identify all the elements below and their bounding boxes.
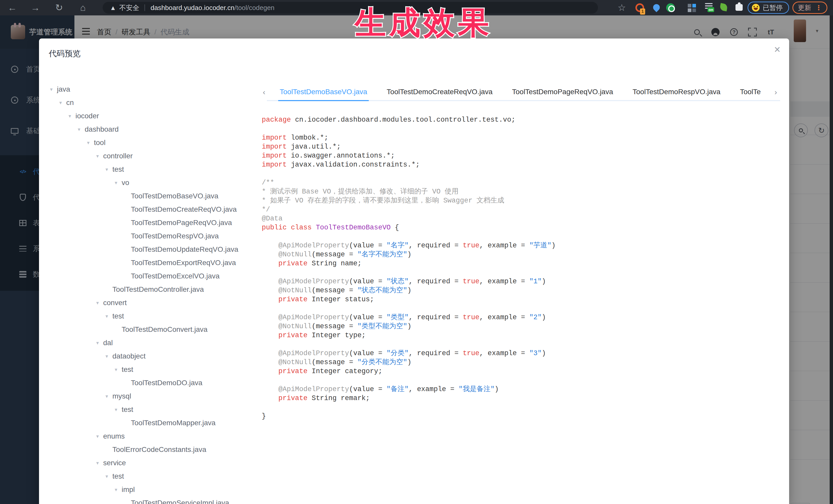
- extension-icon-plant[interactable]: [719, 3, 728, 11]
- extension-icon-pin[interactable]: [652, 3, 661, 12]
- code-token: "名字不能为空": [357, 251, 407, 258]
- tree-folder[interactable]: ▾enums: [50, 430, 253, 443]
- tabs-scroll-right-icon[interactable]: ›: [775, 88, 777, 96]
- tree-folder[interactable]: ▾java: [50, 82, 253, 96]
- expand-caret-icon[interactable]: ▾: [87, 136, 94, 149]
- expand-caret-icon[interactable]: ▾: [96, 336, 103, 350]
- code-token: "状态不能为空": [357, 287, 407, 294]
- tree-file[interactable]: ToolTestDemoConvert.java: [50, 323, 253, 336]
- code-viewer[interactable]: package cn.iocoder.dashboard.modules.too…: [262, 116, 781, 504]
- expand-caret-icon[interactable]: ▾: [96, 430, 103, 443]
- extension-icon-grid[interactable]: [688, 4, 696, 13]
- expand-caret-icon[interactable]: ▾: [105, 163, 112, 176]
- tree-folder[interactable]: ▾service: [50, 456, 253, 470]
- tree-node-label: ToolTestDemoUpdateReqVO.java: [131, 243, 238, 256]
- expand-caret-icon[interactable]: ▾: [115, 176, 122, 189]
- tree-folder[interactable]: ▾vo: [50, 176, 253, 189]
- code-line: @ApiModelProperty(value = "状态", required…: [262, 277, 781, 286]
- tree-file[interactable]: ToolTestDemoServiceImpl.java: [50, 496, 253, 504]
- tree-file[interactable]: ToolTestDemoUpdateReqVO.java: [50, 243, 253, 256]
- expand-caret-icon[interactable]: ▾: [69, 109, 75, 123]
- reload-icon[interactable]: ↻: [51, 0, 67, 16]
- close-icon[interactable]: ×: [774, 44, 780, 55]
- expand-caret-icon[interactable]: ▾: [115, 483, 122, 496]
- tree-node-label: dataobject: [112, 350, 145, 363]
- back-icon[interactable]: ←: [5, 0, 20, 16]
- tree-folder[interactable]: ▾dashboard: [50, 123, 253, 136]
- code-token: Integer type;: [312, 332, 366, 339]
- tree-folder[interactable]: ▾dataobject: [50, 350, 253, 363]
- tree-folder[interactable]: ▾test: [50, 363, 253, 376]
- file-tab[interactable]: ToolTestDemoPageReqVO.java: [502, 85, 623, 99]
- expand-caret-icon[interactable]: ▾: [105, 350, 112, 363]
- browser-scrollbar[interactable]: [830, 16, 833, 504]
- active-tab-underline: [278, 100, 369, 101]
- tree-node-label: test: [112, 310, 124, 323]
- extensions-puzzle-icon[interactable]: [736, 4, 743, 11]
- tree-file[interactable]: ToolTestDemoDO.java: [50, 376, 253, 389]
- tree-node-label: convert: [103, 296, 127, 310]
- expand-caret-icon[interactable]: ▾: [96, 456, 103, 470]
- code-token: [262, 322, 279, 330]
- tree-file[interactable]: ToolTestDemoCreateReqVO.java: [50, 203, 253, 216]
- tree-folder[interactable]: ▾test: [50, 310, 253, 323]
- tree-folder[interactable]: ▾test: [50, 163, 253, 176]
- tree-node-label: test: [112, 470, 124, 483]
- code-token: @Data: [262, 215, 283, 222]
- tree-node-label: enums: [103, 430, 125, 443]
- profile-paused-chip[interactable]: 已暂停: [747, 2, 789, 14]
- bookmark-star-icon[interactable]: ☆: [614, 0, 629, 16]
- expand-caret-icon[interactable]: ▾: [50, 82, 57, 96]
- tree-folder[interactable]: ▾test: [50, 470, 253, 483]
- expand-caret-icon[interactable]: ▾: [115, 363, 122, 376]
- expand-caret-icon[interactable]: ▾: [105, 310, 112, 323]
- code-token: @ApiModelProperty: [279, 350, 349, 357]
- expand-caret-icon[interactable]: ▾: [96, 149, 103, 163]
- tree-file[interactable]: ToolTestDemoController.java: [50, 283, 253, 296]
- file-tab-label: ToolTestDemoCreateReqVO.java: [387, 88, 493, 96]
- file-tab[interactable]: ToolTestDemoBaseVO.java: [270, 85, 377, 99]
- code-token: true: [463, 278, 479, 285]
- code-token: javax.validation.constraints.*;: [291, 161, 420, 169]
- tree-folder[interactable]: ▾controller: [50, 149, 253, 163]
- tree-folder[interactable]: ▾iocoder: [50, 109, 253, 123]
- code-token: "备注": [386, 385, 408, 393]
- expand-caret-icon[interactable]: ▾: [105, 470, 112, 483]
- tree-file[interactable]: ToolTestDemoRespVO.java: [50, 230, 253, 243]
- expand-caret-icon[interactable]: ▾: [105, 389, 112, 403]
- tree-file[interactable]: ToolTestDemoMapper.java: [50, 416, 253, 430]
- browser-menu-icon[interactable]: ⋮: [815, 6, 822, 9]
- extension-icon-orange[interactable]: 1: [636, 3, 644, 12]
- address-bar[interactable]: ▲ 不安全 dashboard.yudao.iocoder.cn/tool/co…: [103, 2, 598, 14]
- chrome-update-button[interactable]: 更新 ⋮: [792, 2, 827, 14]
- expand-caret-icon[interactable]: ▾: [115, 403, 122, 416]
- tree-file[interactable]: ToolTestDemoExcelVO.java: [50, 269, 253, 283]
- tree-folder[interactable]: ▾mysql: [50, 389, 253, 403]
- code-token: String remark;: [312, 394, 370, 402]
- file-tab[interactable]: ToolTestDemoRespVO.java: [623, 85, 730, 99]
- expand-caret-icon[interactable]: ▾: [96, 296, 103, 310]
- code-token: ): [407, 287, 411, 294]
- expand-caret-icon[interactable]: ▾: [59, 96, 66, 109]
- extension-icon-list[interactable]: on: [705, 3, 714, 12]
- file-tab[interactable]: ToolTestDemoCreateReqVO.java: [377, 85, 502, 99]
- tree-file[interactable]: ToolTestDemoBaseVO.java: [50, 189, 253, 203]
- tabs-scroll-left-icon[interactable]: ‹: [263, 88, 265, 96]
- paused-label: 已暂停: [763, 3, 783, 12]
- tree-folder[interactable]: ▾dal: [50, 336, 253, 350]
- tree-file[interactable]: ToolErrorCodeConstants.java: [50, 443, 253, 456]
- tree-folder[interactable]: ▾convert: [50, 296, 253, 310]
- tree-folder[interactable]: ▾tool: [50, 136, 253, 149]
- forward-icon[interactable]: →: [28, 0, 43, 16]
- tree-folder[interactable]: ▾cn: [50, 96, 253, 109]
- extension-icon-green[interactable]: [666, 3, 675, 12]
- tree-folder[interactable]: ▾test: [50, 403, 253, 416]
- file-tab[interactable]: ToolTe: [730, 85, 770, 99]
- code-line: @ApiModelProperty(value = "类型", required…: [262, 313, 781, 322]
- security-label[interactable]: 不安全: [119, 3, 139, 12]
- tree-folder[interactable]: ▾impl: [50, 483, 253, 496]
- expand-caret-icon[interactable]: ▾: [78, 123, 85, 136]
- home-icon[interactable]: ⌂: [75, 0, 91, 16]
- tree-file[interactable]: ToolTestDemoPageReqVO.java: [50, 216, 253, 230]
- tree-file[interactable]: ToolTestDemoExportReqVO.java: [50, 256, 253, 269]
